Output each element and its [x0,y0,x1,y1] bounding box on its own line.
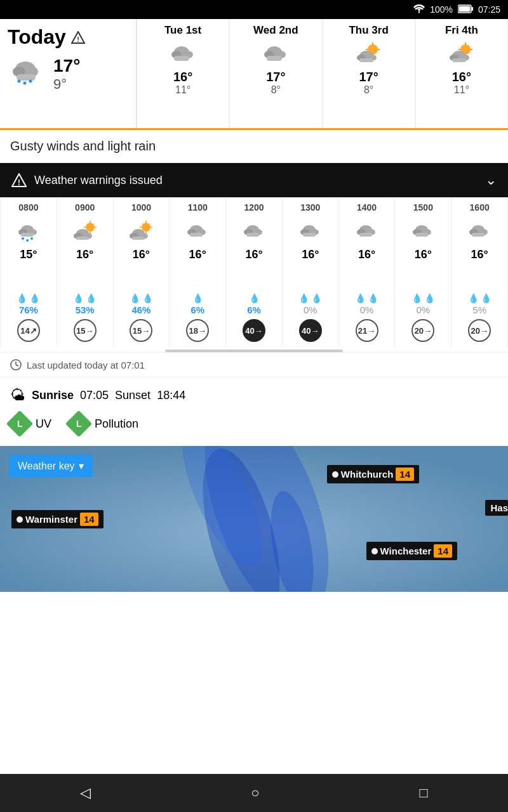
svg-rect-37 [452,58,466,62]
svg-text:!: ! [77,36,79,43]
svg-point-45 [26,239,29,242]
last-updated-text: Last updated today at 07:01 [27,360,145,370]
today-weather-icon [8,55,46,93]
today-low-temp: 9° [53,76,80,93]
forecast-day-name-2: Thu 3rd [349,24,388,37]
forecast-icon-2 [355,41,383,67]
forecast-temps-2: 17° 8° [359,70,378,96]
weather-key-button[interactable]: Weather key ▾ [9,455,93,477]
svg-point-10 [23,82,27,85]
hour-col-6: 1400 16° 💧💧 0% 21→ [339,197,396,347]
hour-temp-5: 16° [302,248,319,261]
back-button[interactable]: ◁ [80,785,91,801]
svg-rect-28 [359,58,373,62]
svg-rect-80 [359,233,372,237]
warning-bar[interactable]: ! Weather warnings issued ⌄ [0,163,508,197]
today-high-temp: 17° [53,56,80,76]
chevron-down-icon: ⌄ [485,172,497,188]
hour-label-8: 1600 [470,202,490,213]
svg-line-91 [16,365,18,366]
hour-wind-0: 14↗ [17,319,40,342]
time: 07:25 [478,4,500,15]
scroll-indicator [165,350,343,352]
hour-rain-icon-8: 💧💧 [468,293,491,303]
nav-bar: ◁ ○ □ [0,774,508,812]
pollution-label: Pollution [95,417,138,431]
hour-rain-pct-6: 0% [360,304,374,315]
hourly-grid: 0800 15° 💧💧 76% 14↗ 0900 [0,197,508,347]
hour-temp-0: 15° [20,248,37,261]
svg-rect-64 [132,237,145,240]
whitchurch-value: 14 [396,468,414,481]
last-updated: Last updated today at 07:01 [0,353,508,377]
svg-point-9 [18,80,21,83]
hour-temp-7: 16° [415,248,432,261]
hour-rain-pct-4: 6% [247,304,261,315]
forecast-icon-3 [448,41,476,67]
warning-text: Weather warnings issued [34,174,163,187]
sunset-label: Sunset [115,389,150,402]
svg-point-47 [86,223,95,232]
forecast-temps-1: 17° 8° [266,70,285,96]
uv-level: L [17,419,23,429]
forecast-day-3[interactable]: Fri 4th 16° 11° [415,19,508,128]
hour-label-2: 1000 [131,202,151,213]
hour-temp-1: 16° [76,248,93,261]
clock-icon [10,359,22,370]
forecast-day-0[interactable]: Tue 1st 16° 11° [137,19,229,128]
hour-rain-pct-1: 53% [76,304,95,315]
hour-col-1: 0900 16° 💧💧 53% 15→ [57,197,114,347]
svg-rect-72 [246,233,259,237]
recents-button[interactable]: □ [420,785,428,801]
hour-label-3: 1100 [188,202,208,213]
svg-rect-8 [17,74,36,81]
hour-icon-8 [467,218,492,246]
hour-label-5: 1300 [300,202,320,213]
sunrise-icon: 🌤 [10,386,25,404]
hour-label-1: 0900 [75,202,95,213]
today-label: Today [8,25,66,49]
svg-rect-15 [174,56,189,61]
header-row: Today ! 17° [0,19,508,130]
sunrise-time: 07:05 [80,389,109,402]
map-label-winchester: Winchester 14 [366,542,457,560]
whitchurch-name: Whitchurch [341,469,394,480]
sunset-time: 18:44 [157,389,185,402]
hour-icon-4 [241,218,267,246]
warning-triangle-icon: ! [71,31,85,44]
battery-icon [458,4,473,15]
forecast-day-name-0: Tue 1st [164,24,201,37]
hour-rain-icon-7: 💧💧 [411,293,435,303]
hour-col-3: 1100 16° 💧 6% 18→ [170,197,226,347]
uv-item: L UV [10,414,51,433]
today-title: Today ! [8,25,128,49]
hour-rain-pct-3: 6% [190,304,204,315]
forecast-low-2: 8° [364,84,373,96]
winchester-value: 14 [434,544,452,558]
forecast-day-1[interactable]: Wed 2nd 17° 8° [229,19,322,128]
hour-rain-pct-5: 0% [304,304,318,315]
hour-rain-icon-2: 💧💧 [130,293,153,303]
hour-icon-7 [410,218,436,246]
svg-point-44 [22,237,24,240]
svg-point-56 [142,223,150,232]
hour-wind-4: 40→ [243,319,265,342]
svg-rect-19 [267,56,282,61]
hour-rain-icon-0: 💧💧 [17,293,40,303]
uv-label: UV [36,417,51,431]
forecast-day-2[interactable]: Thu 3rd 17° 8 [323,19,415,128]
uv-badge: L [6,410,33,437]
weather-description: Gusty winds and light rain [10,139,156,153]
has-name: Has [490,502,508,513]
forecast-icon-0 [169,41,197,67]
warning-icon: ! [11,173,27,187]
hour-rain-icon-1: 💧💧 [73,293,97,303]
svg-text:!: ! [18,178,20,187]
hour-temp-6: 16° [358,248,375,261]
description-bar: Gusty winds and light rain [0,130,508,163]
home-button[interactable]: ○ [251,785,259,801]
hour-col-5: 1300 16° 💧💧 0% 40→ [283,197,339,347]
map-label-whitchurch: Whitchurch 14 [327,465,419,483]
hour-wind-6: 21→ [356,319,378,342]
forecast-temps-0: 16° 11° [173,70,192,96]
